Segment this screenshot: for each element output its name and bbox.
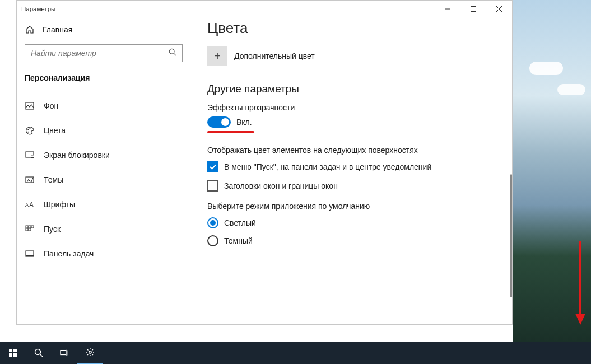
- radio-label: Светлый: [224, 218, 256, 227]
- checkbox-checked-icon: [207, 161, 218, 172]
- search-icon: [169, 48, 176, 58]
- svg-rect-31: [61, 351, 66, 355]
- svg-rect-28: [13, 353, 17, 357]
- svg-point-29: [35, 349, 41, 355]
- svg-rect-1: [471, 7, 476, 12]
- taskbar: [0, 342, 591, 364]
- surface-checkbox-start[interactable]: В меню "Пуск", на панели задач и в центр…: [207, 161, 512, 172]
- svg-rect-19: [26, 228, 28, 231]
- annotation-underline: [207, 131, 254, 133]
- taskview-button[interactable]: [52, 342, 77, 364]
- transparency-toggle[interactable]: [207, 116, 231, 128]
- search-input[interactable]: [31, 49, 169, 58]
- start-button[interactable]: [0, 342, 26, 364]
- home-label: Главная: [43, 25, 72, 34]
- radio-label: Темный: [224, 236, 253, 245]
- svg-point-8: [29, 128, 30, 129]
- checkbox-label: В меню "Пуск", на панели задач и в центр…: [224, 162, 431, 171]
- transparency-state: Вкл.: [236, 118, 252, 127]
- sidebar-item-lockscreen[interactable]: Экран блокировки: [17, 143, 190, 167]
- category-title: Персонализация: [17, 68, 190, 89]
- svg-rect-25: [9, 349, 12, 352]
- sidebar-item-background[interactable]: Фон: [17, 94, 190, 118]
- taskbar-settings-button[interactable]: [77, 342, 103, 364]
- page-title: Цвета: [207, 20, 512, 37]
- sidebar-item-start[interactable]: Пуск: [17, 217, 190, 241]
- sidebar-item-label: Шрифты: [44, 200, 75, 209]
- start-icon: [25, 225, 35, 234]
- sidebar-item-label: Фон: [44, 101, 58, 110]
- surfaces-label: Отображать цвет элементов на следующих п…: [207, 146, 512, 155]
- svg-point-9: [27, 131, 29, 132]
- svg-rect-11: [31, 155, 34, 158]
- sidebar-item-colors[interactable]: Цвета: [17, 118, 190, 143]
- checkbox-label: Заголовки окон и границы окон: [224, 181, 338, 190]
- svg-rect-18: [31, 226, 34, 228]
- background-icon: [25, 101, 35, 110]
- wallpaper-cloud: [529, 62, 563, 75]
- checkbox-unchecked-icon: [207, 180, 218, 192]
- svg-rect-26: [13, 349, 17, 352]
- content-scrollbar[interactable]: [510, 174, 512, 297]
- sidebar: Главная Персонализация Фон Цвета: [17, 17, 190, 324]
- window-title: Параметры: [17, 6, 55, 12]
- svg-rect-22: [26, 255, 34, 256]
- themes-icon: [25, 175, 35, 184]
- svg-point-34: [89, 351, 91, 353]
- settings-window: Параметры Главная Персо: [16, 0, 513, 325]
- sidebar-item-label: Цвета: [44, 126, 66, 135]
- add-color-row[interactable]: + Дополнительный цвет: [207, 46, 512, 66]
- colors-icon: [25, 126, 35, 136]
- sidebar-item-label: Темы: [44, 175, 63, 184]
- content-area: Цвета + Дополнительный цвет Другие парам…: [190, 17, 512, 324]
- other-params-heading: Другие параметры: [207, 83, 512, 95]
- app-mode-label: Выберите режим приложения по умолчанию: [207, 202, 512, 211]
- svg-text:A: A: [25, 202, 29, 208]
- fonts-icon: AA: [25, 200, 35, 209]
- sidebar-item-themes[interactable]: Темы: [17, 167, 190, 192]
- svg-rect-16: [26, 226, 28, 228]
- svg-rect-17: [29, 226, 31, 228]
- sidebar-item-fonts[interactable]: AA Шрифты: [17, 192, 190, 217]
- radio-selected-icon: [207, 217, 218, 228]
- home-link[interactable]: Главная: [17, 18, 190, 41]
- transparency-label: Эффекты прозрачности: [207, 103, 512, 112]
- app-mode-dark[interactable]: Темный: [207, 235, 512, 246]
- svg-text:A: A: [29, 201, 34, 209]
- sidebar-item-label: Экран блокировки: [44, 151, 110, 160]
- sidebar-item-label: Пуск: [44, 225, 61, 234]
- svg-point-7: [27, 129, 29, 130]
- svg-rect-27: [9, 353, 12, 357]
- add-color-label: Дополнительный цвет: [234, 52, 315, 60]
- svg-line-5: [174, 53, 176, 55]
- surface-checkbox-titlebars[interactable]: Заголовки окон и границы окон: [207, 180, 512, 192]
- svg-rect-20: [29, 228, 31, 231]
- svg-line-30: [40, 354, 43, 357]
- home-icon: [25, 25, 35, 34]
- lockscreen-icon: [25, 151, 35, 160]
- sidebar-item-label: Панель задач: [44, 249, 94, 258]
- radio-unselected-icon: [207, 235, 218, 246]
- wallpaper-cloud: [557, 84, 585, 95]
- taskbar-search-button[interactable]: [26, 342, 52, 364]
- plus-icon: +: [207, 46, 227, 66]
- taskbar-icon: [25, 249, 35, 258]
- close-button[interactable]: [486, 1, 512, 17]
- app-mode-light[interactable]: Светлый: [207, 217, 512, 228]
- svg-marker-24: [575, 314, 585, 325]
- maximize-button[interactable]: [460, 1, 486, 17]
- sidebar-item-taskbar[interactable]: Панель задач: [17, 241, 190, 266]
- svg-point-4: [169, 49, 174, 54]
- titlebar: Параметры: [17, 1, 512, 17]
- search-input-wrap[interactable]: [25, 44, 183, 62]
- minimize-button[interactable]: [435, 1, 460, 17]
- annotation-down-arrow: [574, 241, 587, 327]
